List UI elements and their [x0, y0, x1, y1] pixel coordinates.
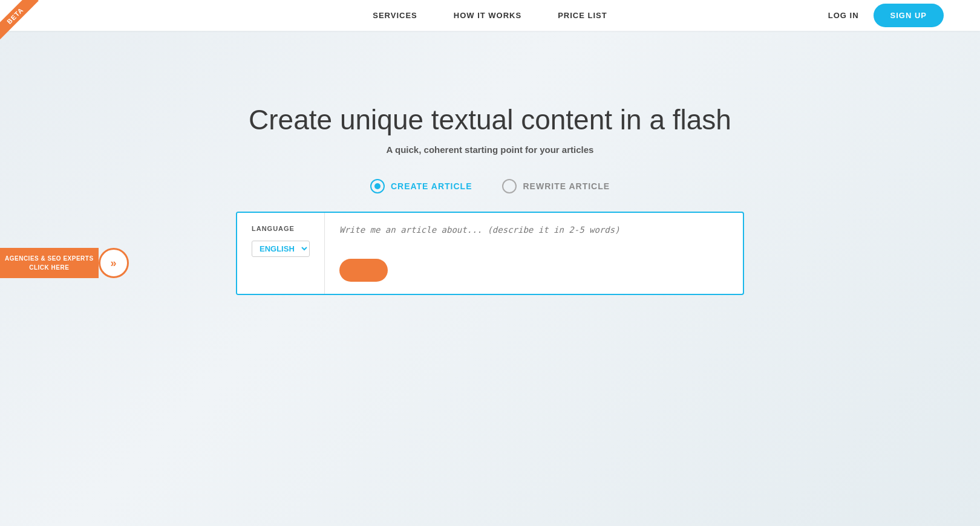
generate-button[interactable]: [339, 259, 388, 282]
language-select[interactable]: ENGLISH FRENCH SPANISH GERMAN ITALIAN: [252, 241, 310, 257]
radio-create-article[interactable]: CREATE ARTICLE: [370, 179, 472, 193]
beta-ribbon: BETA: [0, 0, 48, 48]
form-right: [325, 213, 743, 294]
language-panel: LANGUAGE ENGLISH FRENCH SPANISH GERMAN I…: [237, 213, 325, 294]
login-link[interactable]: LOG IN: [828, 11, 859, 20]
side-banner-line2: CLICK HERE: [29, 264, 69, 271]
hero-section: Create unique textual content in a flash…: [0, 31, 980, 295]
beta-label: BETA: [0, 0, 39, 39]
side-banner-line1: AGENCIES & SEO EXPERTS: [5, 255, 94, 262]
navbar: SERVICES HOW IT WORKS PRICE LIST LOG IN …: [0, 0, 980, 31]
nav-link-how-it-works[interactable]: HOW IT WORKS: [454, 11, 521, 20]
hero-title: Create unique textual content in a flash: [249, 103, 731, 136]
side-banner-arrow-icon: »: [99, 248, 129, 278]
radio-options: CREATE ARTICLE REWRITE ARTICLE: [370, 179, 610, 193]
signup-button[interactable]: SIGN UP: [874, 4, 944, 27]
hero-subtitle: A quick, coherent starting point for you…: [387, 144, 594, 155]
article-input[interactable]: [339, 225, 728, 249]
nav-center: SERVICES HOW IT WORKS PRICE LIST: [373, 11, 607, 20]
radio-label-rewrite: REWRITE ARTICLE: [523, 181, 610, 191]
radio-circle-rewrite: [502, 179, 517, 193]
radio-label-create: CREATE ARTICLE: [391, 181, 472, 191]
side-banner[interactable]: AGENCIES & SEO EXPERTS CLICK HERE »: [0, 248, 129, 278]
side-banner-text: AGENCIES & SEO EXPERTS CLICK HERE: [0, 248, 99, 278]
radio-circle-create: [370, 179, 385, 193]
form-card: LANGUAGE ENGLISH FRENCH SPANISH GERMAN I…: [236, 212, 744, 295]
language-label: LANGUAGE: [252, 225, 310, 232]
nav-link-price-list[interactable]: PRICE LIST: [558, 11, 607, 20]
nav-right: LOG IN SIGN UP: [828, 4, 944, 27]
radio-rewrite-article[interactable]: REWRITE ARTICLE: [502, 179, 610, 193]
nav-link-services[interactable]: SERVICES: [373, 11, 417, 20]
